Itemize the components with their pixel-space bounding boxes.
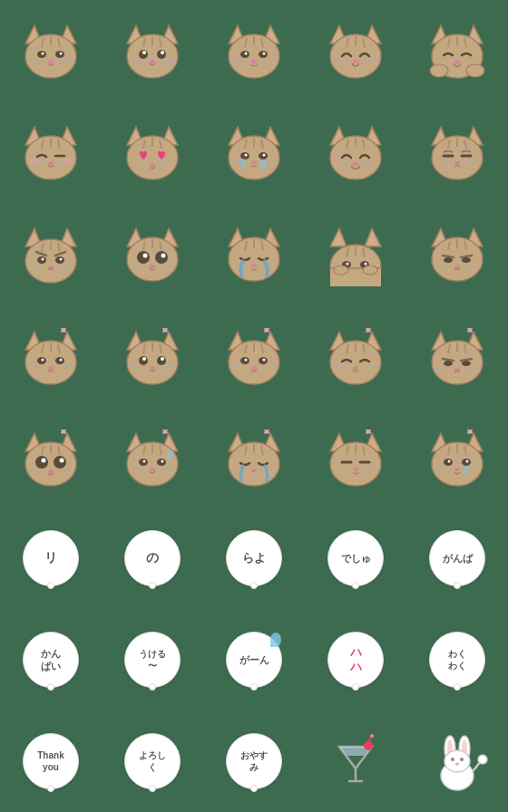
svg-point-28	[161, 51, 164, 54]
cat-wide-bow	[18, 424, 83, 489]
svg-point-301	[60, 459, 64, 463]
svg-point-168	[143, 254, 148, 258]
svg-point-336	[366, 430, 370, 433]
emoji-cell-4-2[interactable]	[102, 304, 203, 406]
cat-squint-bow	[323, 323, 388, 388]
emoji-cell-7-2[interactable]: うける〜	[102, 609, 203, 710]
svg-point-302	[48, 469, 54, 473]
cat-wide-eyes	[120, 221, 185, 286]
svg-point-125	[353, 162, 358, 166]
svg-point-29	[150, 60, 155, 63]
bubble-text-rayo: らよ	[242, 550, 266, 566]
svg-point-170	[150, 265, 155, 268]
emoji-cell-6-2[interactable]: の	[102, 508, 203, 609]
emoji-cell-3-5[interactable]	[406, 203, 508, 304]
bubble-text-ukeru: うける〜	[139, 648, 166, 672]
emoji-cell-6-3[interactable]: らよ	[203, 508, 305, 609]
bunny-icon	[425, 729, 490, 794]
svg-point-225	[60, 359, 63, 362]
svg-point-114	[251, 160, 257, 164]
emoji-cell-8-5[interactable]	[406, 710, 508, 812]
svg-point-350	[468, 430, 472, 433]
svg-point-358	[466, 460, 469, 463]
emoji-cell-3-1[interactable]	[0, 203, 102, 304]
svg-point-166	[137, 251, 150, 264]
svg-point-365	[364, 741, 373, 750]
cocktail-icon	[323, 729, 388, 794]
emoji-cell-7-1[interactable]: かんぱい	[0, 609, 102, 710]
emoji-cell-5-5[interactable]	[406, 406, 508, 508]
emoji-cell-1-2[interactable]	[102, 0, 203, 102]
bubble-text-ganba: がんば	[443, 552, 473, 566]
svg-point-11	[60, 53, 63, 55]
svg-point-367	[370, 734, 374, 738]
emoji-cell-3-3[interactable]	[203, 203, 305, 304]
cat-sad-bow	[425, 424, 490, 489]
emoji-cell-5-3[interactable]	[203, 406, 305, 508]
emoji-cell-3-4[interactable]	[305, 203, 406, 304]
svg-point-309	[163, 430, 167, 433]
cat-grumpy-bow	[425, 323, 490, 388]
bubble-text-gaan: がーん	[239, 653, 269, 667]
svg-point-233	[163, 328, 167, 332]
svg-point-317	[161, 460, 164, 463]
emoji-cell-2-4[interactable]	[305, 102, 406, 203]
emoji-cell-2-5[interactable]	[406, 102, 508, 203]
svg-point-258	[251, 366, 257, 370]
cat-cry-blue	[221, 221, 287, 286]
cat-neutral-bow	[18, 323, 83, 388]
svg-point-284	[444, 361, 453, 366]
svg-point-181	[251, 264, 257, 267]
cat-angry	[18, 221, 83, 286]
emoji-cell-1-4[interactable]	[305, 0, 406, 102]
emoji-cell-6-4[interactable]: でしゅ	[305, 508, 406, 609]
emoji-cell-6-5[interactable]: がんば	[406, 508, 508, 609]
emoji-cell-1-1[interactable]	[0, 0, 102, 102]
cat-sweat-bow	[120, 424, 185, 489]
svg-point-378	[478, 755, 487, 764]
svg-point-242	[150, 366, 155, 370]
emoji-cell-4-3[interactable]	[203, 304, 305, 406]
emoji-cell-7-4[interactable]: ハハ	[305, 609, 406, 710]
emoji-cell-8-1[interactable]: Thankyou	[0, 710, 102, 812]
emoji-cell-3-2[interactable]	[102, 203, 203, 304]
svg-point-194	[347, 263, 349, 266]
emoji-cell-1-5[interactable]	[406, 0, 508, 102]
cat-neutral2-bow	[120, 323, 185, 388]
emoji-cell-1-3[interactable]	[203, 0, 305, 102]
svg-point-224	[42, 359, 44, 362]
emoji-cell-8-4[interactable]	[305, 710, 406, 812]
bubble-text-kanpai: かんぱい	[41, 647, 61, 673]
svg-point-111	[263, 154, 266, 157]
emoji-cell-5-1[interactable]	[0, 406, 102, 508]
emoji-cell-5-4[interactable]	[305, 406, 406, 508]
emoji-cell-2-3[interactable]	[203, 102, 305, 203]
cat-grumpy2	[425, 221, 490, 286]
emoji-cell-7-5[interactable]: わくわく	[406, 609, 508, 710]
cat-squint-happy	[425, 18, 490, 83]
svg-point-209	[462, 257, 471, 263]
svg-point-360	[454, 468, 460, 471]
emoji-cell-2-2[interactable]	[102, 102, 203, 203]
emoji-cell-2-1[interactable]	[0, 102, 102, 203]
emoji-cell-8-3[interactable]: おやすみ	[203, 710, 305, 812]
svg-point-376	[455, 763, 459, 766]
emoji-cell-7-3[interactable]: がーん	[203, 609, 305, 710]
cat-neutral2	[120, 18, 185, 83]
bubble-text-deshu: でしゅ	[341, 552, 371, 566]
emoji-cell-4-5[interactable]	[406, 304, 508, 406]
cat-cry-tear	[221, 120, 287, 185]
cat-cry-bow	[221, 424, 287, 489]
emoji-cell-6-1[interactable]: リ	[0, 508, 102, 609]
emoji-cell-4-1[interactable]	[0, 304, 102, 406]
svg-point-84	[48, 161, 54, 165]
svg-point-343	[353, 468, 358, 471]
cat-neutral	[18, 18, 83, 83]
emoji-cell-5-2[interactable]	[102, 406, 203, 508]
cat-neutral3	[221, 18, 287, 83]
svg-point-196	[334, 266, 348, 275]
emoji-cell-8-2[interactable]: よろしく	[102, 710, 203, 812]
svg-point-197	[363, 266, 377, 275]
emoji-cell-4-4[interactable]	[305, 304, 406, 406]
svg-point-217	[62, 328, 65, 332]
